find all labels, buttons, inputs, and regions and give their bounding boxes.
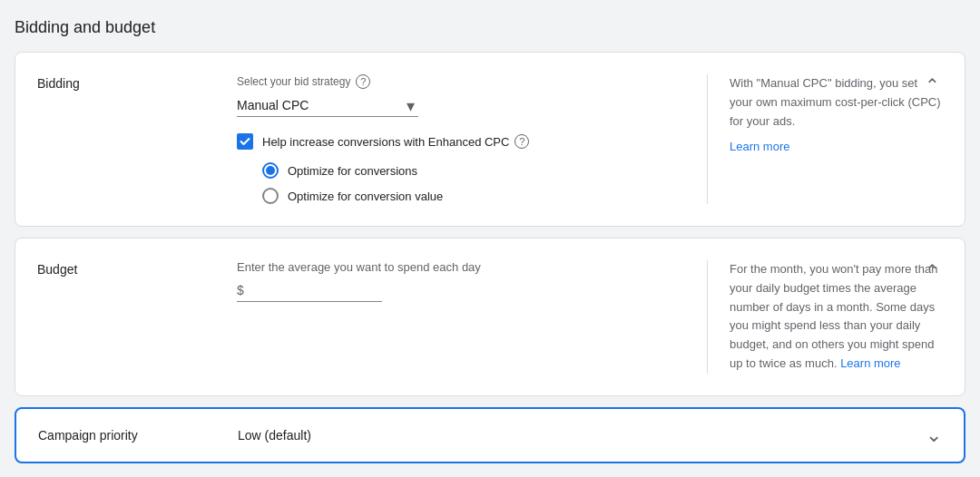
check-icon — [240, 136, 250, 147]
bid-strategy-select-wrapper: Manual CPC ▾ — [237, 94, 418, 117]
bid-strategy-select[interactable]: Manual CPC — [237, 94, 418, 117]
optimize-radio-group: Optimize for conversions Optimize for co… — [237, 162, 707, 204]
budget-input-wrapper: $ — [237, 283, 382, 302]
chevron-up-icon-budget: ⌃ — [925, 260, 940, 282]
bidding-section-label: Bidding — [37, 74, 237, 204]
budget-collapse-button[interactable]: ⌃ — [917, 257, 946, 286]
radio-inner-dot — [266, 166, 275, 175]
optimize-conversion-value-option[interactable]: Optimize for conversion value — [262, 188, 707, 204]
optimize-conversion-value-label: Optimize for conversion value — [288, 190, 443, 203]
bidding-aside-text: With "Manual CPC" bidding, you set your … — [730, 74, 943, 131]
campaign-priority-card[interactable]: Campaign priority Low (default) ⌄ — [15, 407, 965, 463]
chevron-up-icon: ⌃ — [925, 74, 940, 96]
bidding-card: Bidding Select your bid strategy ? Manua… — [15, 52, 965, 227]
enhanced-cpc-checkbox[interactable] — [237, 133, 253, 150]
enhanced-cpc-label: Help increase conversions with Enhanced … — [262, 134, 529, 149]
currency-symbol: $ — [237, 283, 244, 297]
optimize-conversion-value-radio[interactable] — [262, 188, 279, 204]
budget-content: Enter the average you want to spend each… — [237, 260, 707, 374]
bid-strategy-label: Select your bid strategy ? — [237, 74, 707, 89]
budget-aside: For the month, you won't pay more than y… — [707, 260, 943, 374]
bid-strategy-help-icon[interactable]: ? — [356, 74, 370, 89]
bidding-collapse-button[interactable]: ⌃ — [917, 71, 946, 100]
campaign-priority-label: Campaign priority — [38, 428, 238, 443]
page-title: Bidding and budget — [15, 18, 965, 37]
budget-input-label: Enter the average you want to spend each… — [237, 260, 707, 274]
budget-aside-text: For the month, you won't pay more than y… — [730, 260, 943, 374]
budget-card: Budget Enter the average you want to spe… — [15, 238, 965, 396]
enhanced-cpc-row[interactable]: Help increase conversions with Enhanced … — [237, 133, 707, 150]
optimize-conversions-label: Optimize for conversions — [288, 164, 417, 178]
budget-learn-more-link[interactable]: Learn more — [840, 356, 900, 370]
campaign-priority-value: Low (default) — [238, 428, 926, 443]
budget-input[interactable] — [248, 283, 357, 297]
bidding-aside: With "Manual CPC" bidding, you set your … — [707, 74, 943, 204]
bidding-learn-more-link[interactable]: Learn more — [730, 138, 789, 156]
campaign-priority-chevron-icon: ⌄ — [926, 423, 942, 447]
bidding-content: Select your bid strategy ? Manual CPC ▾ — [237, 74, 707, 204]
optimize-conversions-radio[interactable] — [262, 162, 279, 179]
budget-section-label: Budget — [37, 260, 237, 374]
enhanced-cpc-help-icon[interactable]: ? — [514, 134, 529, 149]
optimize-conversions-option[interactable]: Optimize for conversions — [262, 162, 707, 179]
